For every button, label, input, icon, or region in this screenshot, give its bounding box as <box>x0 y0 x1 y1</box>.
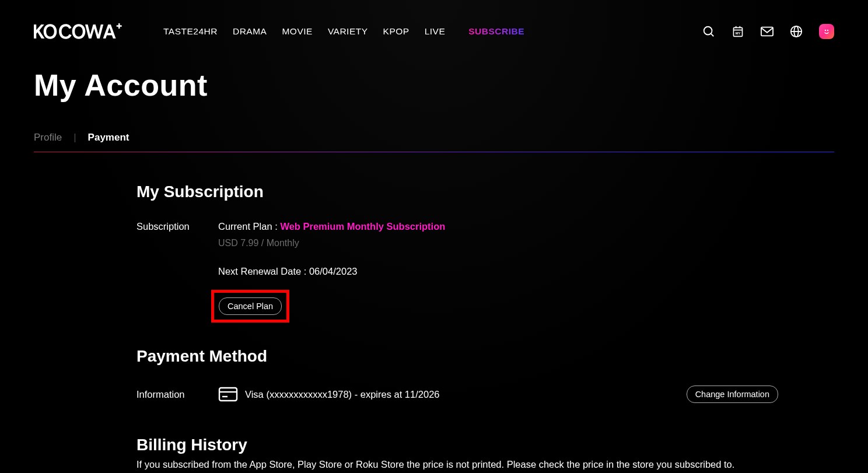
cancel-plan-highlight: Cancel Plan <box>211 290 289 323</box>
nav-variety[interactable]: VARIETY <box>328 26 368 37</box>
svg-line-3 <box>711 34 714 37</box>
billing-note: If you subscribed from the App Store, Pl… <box>136 459 778 470</box>
header-actions: MY <box>702 24 834 39</box>
search-icon[interactable] <box>702 25 715 38</box>
subscription-section-title: My Subscription <box>136 183 778 201</box>
current-plan-line: Current Plan : Web Premium Monthly Subsc… <box>218 221 778 232</box>
tab-payment[interactable]: Payment <box>88 132 130 143</box>
globe-icon[interactable] <box>790 25 803 38</box>
svg-point-2 <box>704 27 712 35</box>
renewal-prefix: Next Renewal Date : <box>218 266 309 276</box>
nav-taste24hr[interactable]: TASTE24HR <box>163 26 218 37</box>
payment-info-label: Information <box>136 389 218 400</box>
svg-text:MY: MY <box>736 31 741 35</box>
nav-live[interactable]: LIVE <box>425 26 446 37</box>
renewal-date: 06/04/2023 <box>309 266 358 276</box>
nav-movie[interactable]: MOVIE <box>282 26 312 37</box>
change-information-button[interactable]: Change Information <box>687 386 778 403</box>
svg-rect-1 <box>117 25 122 27</box>
brand-logo[interactable] <box>34 20 126 43</box>
site-header: TASTE24HR DRAMA MOVIE VARIETY KPOP LIVE … <box>0 0 868 47</box>
page-title: My Account <box>34 68 834 103</box>
primary-nav: TASTE24HR DRAMA MOVIE VARIETY KPOP LIVE … <box>163 26 524 37</box>
current-plan-name: Web Premium Monthly Subscription <box>280 221 445 232</box>
nav-kpop[interactable]: KPOP <box>383 26 410 37</box>
renewal-date-line: Next Renewal Date : 06/04/2023 <box>218 266 778 277</box>
current-plan-prefix: Current Plan : <box>218 221 280 232</box>
avatar[interactable] <box>819 24 834 39</box>
tab-profile[interactable]: Profile <box>34 132 62 143</box>
account-tabs: Profile | Payment <box>34 132 834 143</box>
card-text: Visa (xxxxxxxxxxxx1978) - expires at 11/… <box>245 389 687 400</box>
svg-rect-9 <box>761 27 773 36</box>
payment-method-section-title: Payment Method <box>136 347 778 366</box>
subscription-label: Subscription <box>136 221 218 232</box>
nav-drama[interactable]: DRAMA <box>233 26 267 37</box>
mail-icon[interactable] <box>761 25 774 38</box>
svg-point-14 <box>827 30 828 31</box>
svg-point-13 <box>825 30 826 31</box>
plan-price: USD 7.99 / Monthly <box>218 238 778 248</box>
nav-subscribe[interactable]: SUBSCRIBE <box>468 26 524 37</box>
tab-separator: | <box>74 132 76 143</box>
credit-card-icon <box>218 387 238 402</box>
calendar-icon[interactable]: MY <box>732 25 744 38</box>
tab-underline <box>34 152 834 152</box>
billing-history-section-title: Billing History <box>136 436 778 454</box>
cancel-plan-button[interactable]: Cancel Plan <box>219 297 282 315</box>
svg-rect-15 <box>219 388 237 401</box>
